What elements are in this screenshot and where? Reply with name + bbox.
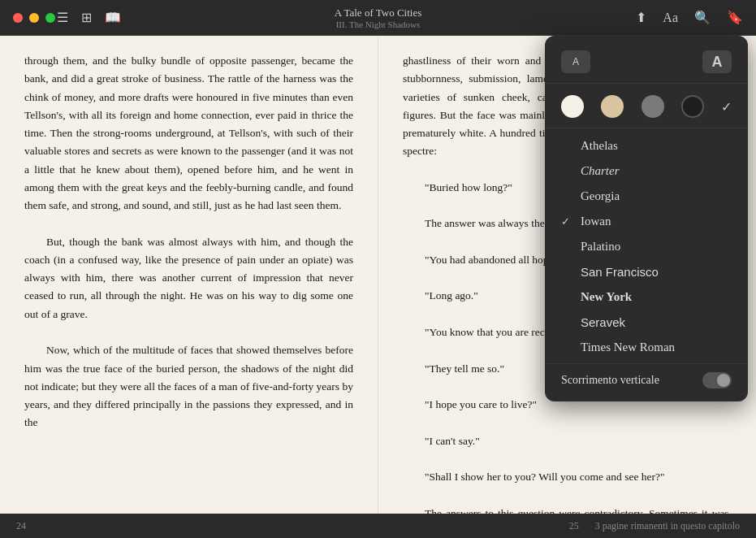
font-item-seravek[interactable]: Seravek (545, 310, 748, 335)
close-button[interactable] (13, 13, 23, 23)
color-sepia[interactable] (601, 95, 624, 118)
font-large-label: A (712, 54, 723, 71)
minimize-button[interactable] (29, 13, 39, 23)
page-left: through them, and the bulky bundle of op… (0, 36, 378, 514)
seravek-label: Seravek (581, 315, 625, 329)
font-item-newyork[interactable]: New York (545, 284, 748, 310)
font-size-icon[interactable]: Aa (663, 11, 678, 25)
charter-label: Charter (581, 164, 620, 178)
page-number-right: 25 (569, 520, 579, 532)
toggle-knob (717, 374, 730, 387)
sf-label: San Francisco (581, 265, 659, 279)
font-item-iowan[interactable]: ✓ Iowan (545, 209, 748, 234)
font-size-row: A A (545, 47, 748, 84)
color-check-mark: ✓ (721, 99, 732, 115)
traffic-lights (13, 13, 55, 23)
font-item-athelas[interactable]: Athelas (545, 133, 748, 158)
scroll-toggle[interactable] (702, 372, 732, 388)
book-icon[interactable]: 📖 (105, 10, 121, 25)
font-item-palatino[interactable]: Palatino (545, 234, 748, 259)
book-title: A Tale of Two Cities (335, 7, 421, 20)
chapter-remaining: 3 pagine rimanenti in questo capitolo (595, 520, 740, 532)
font-item-times[interactable]: Times New Roman (545, 335, 748, 360)
font-item-charter[interactable]: Charter (545, 158, 748, 184)
color-dark[interactable] (681, 95, 704, 118)
georgia-label: Georgia (581, 189, 620, 203)
font-small-label: A (572, 56, 579, 67)
toolbar-right: ⬆ Aa 🔍 🔖 (636, 10, 743, 25)
title-center: A Tale of Two Cities III. The Night Shad… (335, 7, 421, 29)
page-left-text: through them, and the bulky bundle of op… (24, 52, 353, 432)
share-icon[interactable]: ⬆ (636, 10, 646, 25)
search-icon[interactable]: 🔍 (694, 10, 711, 25)
panel-icon[interactable]: ⊞ (81, 10, 92, 25)
font-item-georgia[interactable]: Georgia (545, 184, 748, 209)
maximize-button[interactable] (45, 13, 55, 23)
font-list: Athelas Charter Georgia ✓ Iowan Palatino… (545, 133, 748, 360)
font-increase-button[interactable]: A (702, 50, 732, 73)
toolbar-left: ☰ ⊞ 📖 (57, 10, 121, 25)
newyork-label: New York (581, 290, 632, 304)
font-decrease-button[interactable]: A (561, 50, 590, 73)
book-subtitle: III. The Night Shadows (335, 20, 421, 29)
iowan-label: Iowan (581, 215, 611, 228)
times-label: Times New Roman (581, 341, 675, 354)
iowan-check: ✓ (561, 215, 574, 228)
font-item-sf[interactable]: San Francisco (545, 259, 748, 284)
color-gray[interactable] (642, 95, 664, 118)
list-icon[interactable]: ☰ (57, 10, 68, 25)
scroll-row: Scorrimento verticale (545, 363, 748, 393)
athelas-label: Athelas (581, 139, 618, 153)
scroll-label: Scorrimento verticale (561, 374, 659, 387)
page-info-right: 25 3 pagine rimanenti in questo capitolo (569, 520, 740, 532)
color-row: ✓ (545, 90, 748, 128)
page-number-left: 24 (16, 520, 26, 532)
bookmark-icon[interactable]: 🔖 (727, 10, 743, 25)
page-number-bar: 24 25 3 pagine rimanenti in questo capit… (0, 514, 756, 538)
color-white[interactable] (561, 95, 584, 118)
palatino-label: Palatino (581, 240, 620, 254)
title-bar: ☰ ⊞ 📖 A Tale of Two Cities III. The Nigh… (0, 0, 756, 36)
font-panel: A A ✓ Athelas Charter Georgia ✓ Iowan (545, 36, 748, 401)
